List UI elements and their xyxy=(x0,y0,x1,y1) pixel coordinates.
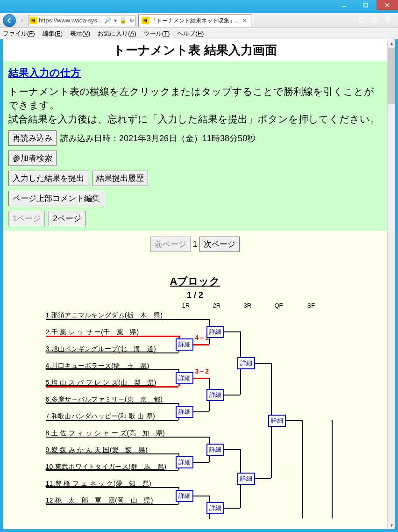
edit-top-comment-button[interactable]: ページ上部コメント編集 xyxy=(8,191,104,206)
scrollbar-thumb[interactable] xyxy=(388,48,395,104)
menu-help[interactable]: ヘルプ(H) xyxy=(177,29,204,38)
bracket-line[interactable] xyxy=(46,386,178,388)
lock-icon: 🔒 xyxy=(120,17,127,24)
maximize-button[interactable] xyxy=(355,0,377,10)
instruction-text-1: トーナメント表の横線を左クリックまたはタップすることで勝利線を引くことができます… xyxy=(8,85,382,112)
round-2r: 2R xyxy=(213,302,221,309)
reload-timestamp: 読み込み日時：2021年3月26日（金）11時38分50秒 xyxy=(60,133,256,144)
browser-tab[interactable]: ヨ 「トーナメント結果ネット収集」... ✕ xyxy=(138,14,251,27)
scroll-viewport: トーナメント表 結果入力画面 結果入力の仕方 トーナメント表の横線を左クリックま… xyxy=(3,39,387,529)
tab-close-button[interactable]: ✕ xyxy=(242,17,248,24)
svg-point-4 xyxy=(386,18,389,21)
bracket-line[interactable] xyxy=(46,336,178,337)
tab-icon: ヨ xyxy=(142,17,149,24)
home-icon[interactable] xyxy=(358,16,365,25)
bracket-line[interactable] xyxy=(46,369,178,370)
search-icon[interactable]: 🔎 xyxy=(104,17,111,24)
bracket-panel: 前ページ 1 次ページ Aブロック 1 / 2 1R 2R 3R QF SF xyxy=(3,231,387,526)
bracket-line[interactable] xyxy=(46,403,178,404)
close-button[interactable] xyxy=(377,0,398,10)
detail-button[interactable]: 詳細 xyxy=(176,406,193,418)
nav-back-button[interactable] xyxy=(3,14,16,27)
bracket-line[interactable] xyxy=(46,470,178,471)
site-icon: ヨ xyxy=(29,17,37,24)
nav-tool-icons xyxy=(358,16,395,25)
detail-button[interactable]: 詳細 xyxy=(176,338,193,351)
detail-button[interactable]: 詳細 xyxy=(176,372,193,384)
titlebar xyxy=(0,0,398,13)
prev-page-button[interactable]: 前ページ xyxy=(150,237,191,252)
menu-edit[interactable]: 編集(E) xyxy=(43,29,63,38)
bracket-line[interactable] xyxy=(46,420,178,421)
detail-button[interactable]: 詳細 xyxy=(206,389,224,401)
minimize-button[interactable] xyxy=(334,0,355,10)
detail-button[interactable]: 詳細 xyxy=(268,415,286,427)
address-text: https://www.wada-sys... xyxy=(39,17,102,24)
browser-window: ヨ https://www.wada-sys... 🔎▾ 🔒 ↻ ヨ 「トーナメ… xyxy=(0,0,398,532)
control-panel: 結果入力の仕方 トーナメント表の横線を左クリックまたはタップすることで勝利線を引… xyxy=(3,61,387,231)
menu-favorites[interactable]: お気に入り(A) xyxy=(98,29,136,38)
round-3r: 3R xyxy=(244,302,252,309)
submit-results-button[interactable]: 入力した結果を提出 xyxy=(8,171,88,186)
menu-view[interactable]: 表示(V) xyxy=(70,29,90,38)
page2-button[interactable]: 2ページ xyxy=(49,211,85,226)
page1-button[interactable]: 1ページ xyxy=(8,211,45,226)
instruction-text-2: 試合結果を入力後は、忘れずに「入力した結果を提出」ボタンを押してください。 xyxy=(8,112,382,126)
submit-history-button[interactable]: 結果提出履歴 xyxy=(92,171,148,186)
detail-button[interactable]: 詳細 xyxy=(206,444,224,456)
round-sf: SF xyxy=(307,302,315,309)
vertical-scrollbar[interactable]: ▲ ▼ xyxy=(387,39,395,529)
bracket-line[interactable] xyxy=(46,352,178,353)
round-qf: QF xyxy=(275,302,283,309)
block-title: Aブロック xyxy=(3,274,387,288)
score-label: 3－2 xyxy=(195,367,209,376)
bracket-line[interactable] xyxy=(302,420,303,518)
content-area: トーナメント表 結果入力画面 結果入力の仕方 トーナメント表の横線を左クリックま… xyxy=(0,39,398,532)
scroll-up-arrow[interactable]: ▲ xyxy=(388,39,396,47)
bracket-line[interactable] xyxy=(46,319,209,320)
tab-title: 「トーナメント結果ネット収集」... xyxy=(151,17,240,25)
round-1r: 1R xyxy=(182,302,190,309)
reload-button[interactable]: 再読み込み xyxy=(8,130,57,146)
page-title: トーナメント表 結果入力画面 xyxy=(3,39,387,61)
bracket-line[interactable] xyxy=(46,437,209,438)
detail-button[interactable]: 詳細 xyxy=(237,473,255,485)
svg-rect-1 xyxy=(364,3,368,7)
bracket: 1R 2R 3R QF SF 1.那須アニマルキングダム(栃 木 県) 2.千 … xyxy=(18,302,373,526)
address-bar[interactable]: ヨ https://www.wada-sys... 🔎▾ 🔒 ↻ xyxy=(28,15,135,26)
next-page-button[interactable]: 次ページ xyxy=(199,237,240,252)
refresh-icon[interactable]: ↻ xyxy=(129,17,134,24)
bracket-line[interactable] xyxy=(46,504,178,505)
detail-button[interactable]: 詳細 xyxy=(206,326,224,338)
block-subtitle: 1 / 2 xyxy=(3,290,387,300)
menu-file[interactable]: ファイル(F) xyxy=(3,29,35,38)
bracket-line[interactable] xyxy=(46,453,178,454)
detail-button[interactable]: 詳細 xyxy=(176,456,193,468)
navbar: ヨ https://www.wada-sys... 🔎▾ 🔒 ↻ ヨ 「トーナメ… xyxy=(0,13,398,28)
howto-link[interactable]: 結果入力の仕方 xyxy=(8,67,81,79)
detail-button[interactable]: 詳細 xyxy=(237,357,255,369)
nav-forward-button[interactable] xyxy=(17,15,27,26)
gear-icon[interactable] xyxy=(384,16,391,25)
bracket-line[interactable] xyxy=(46,487,178,488)
scroll-down-arrow[interactable]: ▼ xyxy=(388,521,396,529)
detail-button[interactable]: 詳細 xyxy=(176,490,193,502)
favorites-icon[interactable] xyxy=(371,16,378,25)
search-participants-button[interactable]: 参加者検索 xyxy=(8,151,57,166)
menu-tools[interactable]: ツール(T) xyxy=(144,29,170,38)
current-page-number: 1 xyxy=(193,240,197,249)
detail-button[interactable]: 詳細 xyxy=(206,502,224,514)
bracket-line[interactable] xyxy=(332,420,333,518)
menubar: ファイル(F) 編集(E) 表示(V) お気に入り(A) ツール(T) ヘルプ(… xyxy=(0,28,398,39)
